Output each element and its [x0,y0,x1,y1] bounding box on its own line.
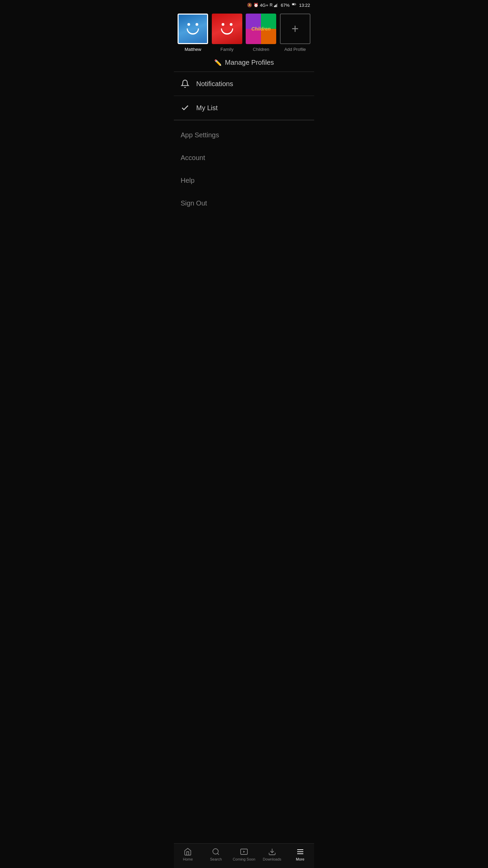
svg-rect-2 [276,4,277,7]
settings-items: App Settings Account Help Sign Out [174,120,314,218]
app-settings-label: App Settings [181,131,219,139]
signal-bars-icon [274,2,279,8]
profile-name-family: Family [221,47,233,52]
app-settings-item[interactable]: App Settings [174,124,314,146]
notifications-menu-item[interactable]: Notifications [174,72,314,96]
sign-out-item[interactable]: Sign Out [174,192,314,215]
help-item[interactable]: Help [174,169,314,192]
svg-rect-5 [296,4,296,5]
profile-name-children: Children [253,47,269,52]
signal-icon: R [270,3,273,7]
my-list-menu-item[interactable]: My List [174,96,314,120]
smiley-family [221,23,233,35]
manage-profiles-button[interactable]: ✏️ Manage Profiles [177,52,311,72]
smiley-mouth-matthew [187,28,199,35]
mute-icon: 🔕 [247,3,252,7]
profile-matthew[interactable]: Matthew [177,14,209,52]
clock: 13:22 [299,3,310,8]
status-icons: 🔕 ⏰ 4G+ R 67% 13:22 [247,2,310,8]
battery-icon [291,3,298,7]
network-indicator: 4G+ [260,3,268,8]
profile-family[interactable]: Family [211,14,243,52]
svg-rect-3 [277,3,278,7]
alarm-icon: ⏰ [253,3,259,7]
account-label: Account [181,154,205,161]
eye-right-matthew [196,23,198,26]
svg-rect-0 [274,6,275,7]
smiley-mouth-family [221,28,233,35]
profile-name-matthew: Matthew [185,47,201,52]
profile-avatar-matthew[interactable] [178,14,208,44]
profile-name-add: Add Profile [284,47,306,52]
manage-profiles-label: Manage Profiles [225,59,274,66]
battery-percentage: 67% [281,3,289,8]
notifications-label: Notifications [196,80,233,88]
eye-left-matthew [187,23,190,26]
svg-rect-6 [292,4,294,5]
profiles-section: Matthew Family Child [174,10,314,72]
checkmark-icon [181,103,189,112]
smiley-eyes-matthew [187,23,198,26]
bell-icon [181,79,189,88]
sign-out-label: Sign Out [181,199,207,207]
children-label-text: Children [251,26,271,32]
profile-children[interactable]: Children Children [245,14,277,52]
profile-avatar-children[interactable]: Children [246,14,276,44]
svg-rect-1 [275,5,276,7]
profile-avatar-family[interactable] [212,14,242,44]
account-item[interactable]: Account [174,146,314,169]
profile-avatar-add[interactable]: + [280,14,310,44]
profile-add[interactable]: + Add Profile [280,14,311,52]
smiley-eyes-family [222,23,232,26]
status-bar: 🔕 ⏰ 4G+ R 67% 13:22 [174,0,314,10]
my-list-label: My List [196,104,218,112]
eye-right-family [230,23,232,26]
help-label: Help [181,177,195,184]
profiles-row: Matthew Family Child [177,14,311,52]
add-profile-plus-icon: + [291,23,299,35]
pencil-icon: ✏️ [214,59,222,66]
eye-left-family [222,23,224,26]
smiley-matthew [187,23,199,35]
